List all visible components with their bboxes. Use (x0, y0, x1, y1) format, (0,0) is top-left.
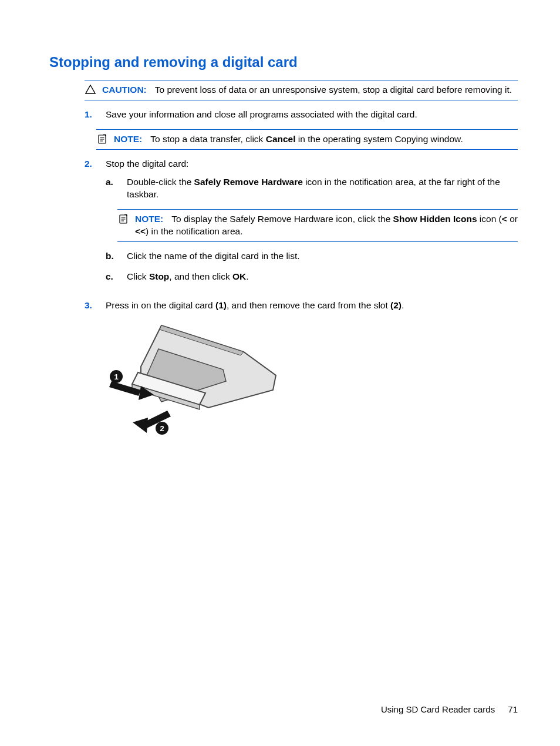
c-bold1: Stop (149, 271, 169, 281)
substep-text: Click the name of the digital card in th… (127, 250, 518, 263)
svg-text:2: 2 (160, 424, 164, 433)
note2-bold3: << (135, 226, 146, 236)
note-text-pre: To stop a data transfer, click (150, 134, 265, 144)
note2-mid1: icon ( (477, 214, 502, 224)
step-marker: 1. (85, 109, 95, 121)
card-removal-illustration: 1 2 (106, 317, 282, 440)
s3-bold1: (1) (215, 300, 227, 310)
footer-section: Using SD Card Reader cards (381, 704, 495, 714)
step-1: 1. Save your information and close all p… (85, 109, 518, 121)
substep-text-bold: Safely Remove Hardware (194, 177, 303, 187)
substep-marker: b. (106, 250, 116, 263)
document-page: Stopping and removing a digital card CAU… (0, 0, 560, 746)
section-heading: Stopping and removing a digital card (49, 53, 518, 72)
note2-bold2: < (502, 214, 507, 224)
note-text-post: in the operating system Copying window. (296, 134, 463, 144)
substep-text-pre: Double-click the (127, 177, 194, 187)
note-callout-2: NOTE: To display the Safely Remove Hardw… (117, 209, 518, 242)
note2-mid2: or (507, 214, 518, 224)
note2-post: ) in the notification area. (146, 226, 242, 236)
step-3: 3. Press in on the digital card (1), and… (85, 300, 518, 440)
c-mid: , and then click (169, 271, 232, 281)
step-marker: 2. (85, 158, 95, 291)
c-post: . (246, 271, 248, 281)
sub-steps-cont: b. Click the name of the digital card in… (106, 250, 518, 283)
caution-text: To prevent loss of data or an unresponsi… (155, 85, 512, 95)
substep-c: c. Click Stop, and then click OK. (106, 271, 518, 283)
sub-steps: a. Double-click the Safely Remove Hardwa… (106, 176, 518, 201)
step-2: 2. Stop the digital card: a. Double-clic… (85, 158, 518, 291)
note-icon (117, 213, 129, 224)
page-footer: Using SD Card Reader cards 71 (381, 704, 518, 715)
ordered-steps: 1. Save your information and close all p… (85, 109, 518, 121)
s3-post: . (402, 300, 404, 310)
step-marker: 3. (85, 300, 95, 440)
note2-pre: To display the Safely Remove Hardware ic… (171, 214, 393, 224)
c-pre: Click (127, 271, 149, 281)
note-label: NOTE: (135, 214, 163, 224)
step-text: Save your information and close all prog… (106, 109, 518, 121)
note2-bold1: Show Hidden Icons (393, 214, 477, 224)
substep-b: b. Click the name of the digital card in… (106, 250, 518, 263)
svg-marker-17 (133, 418, 148, 433)
s3-bold2: (2) (390, 300, 402, 310)
caution-callout: CAUTION: To prevent loss of data or an u… (85, 80, 518, 100)
note-callout-1: NOTE: To stop a data transfer, click Can… (96, 129, 518, 150)
svg-marker-0 (86, 85, 95, 93)
s3-pre: Press in on the digital card (106, 300, 215, 310)
note-label: NOTE: (114, 134, 142, 144)
svg-text:1: 1 (114, 372, 118, 381)
footer-page-number: 71 (508, 704, 518, 714)
note-text-bold: Cancel (266, 134, 296, 144)
step-text: Stop the digital card: (106, 159, 188, 169)
note-icon (96, 133, 108, 145)
c-bold2: OK (232, 271, 246, 281)
caution-label: CAUTION: (102, 85, 147, 95)
ordered-steps-cont: 2. Stop the digital card: a. Double-clic… (85, 158, 518, 439)
substep-marker: c. (106, 271, 116, 283)
s3-mid: , and then remove the card from the slot (227, 300, 390, 310)
substep-marker: a. (106, 176, 116, 201)
substep-a: a. Double-click the Safely Remove Hardwa… (106, 176, 518, 201)
caution-icon (85, 84, 96, 94)
